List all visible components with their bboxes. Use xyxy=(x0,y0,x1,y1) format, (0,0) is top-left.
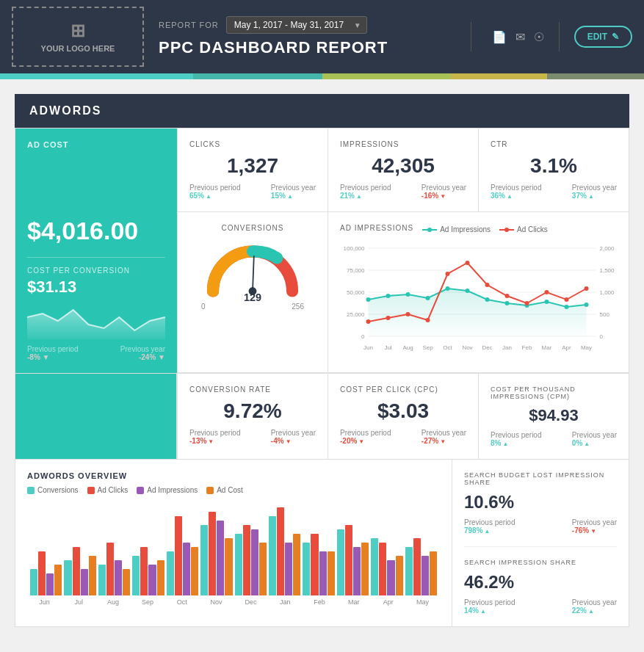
overview-block: ADWORDS OVERVIEW Conversions Ad Clicks A… xyxy=(15,460,452,626)
search-impression-block: SEARCH IMPRESSION SHARE 46.2% Previous p… xyxy=(464,559,617,615)
logo-icon: ⊞ xyxy=(70,21,85,41)
clicks-label: CLICKS xyxy=(189,140,316,148)
bar xyxy=(209,512,216,595)
search-impression-prev-year: 22% xyxy=(572,606,617,615)
svg-text:May: May xyxy=(581,344,592,351)
month-label: Dec xyxy=(234,598,268,606)
bar xyxy=(157,560,164,595)
cpc-prev-period: -20% xyxy=(340,437,391,445)
bar xyxy=(89,556,96,595)
cpm-prev: Previous period 8% Previous year 0% xyxy=(491,431,617,447)
bar xyxy=(259,543,267,595)
ad-cost-prev-period-label: Previous period xyxy=(27,345,78,353)
bar xyxy=(396,556,403,595)
svg-text:Apr: Apr xyxy=(562,344,571,351)
svg-text:0: 0 xyxy=(600,333,604,340)
bar xyxy=(140,547,148,595)
legend-dot-conversions xyxy=(27,487,35,494)
date-range-select[interactable]: May 1, 2017 - May 31, 2017 xyxy=(226,16,367,34)
ctr-prev-period: 36% xyxy=(491,192,541,200)
search-budget-value: 10.6% xyxy=(464,492,617,512)
svg-point-27 xyxy=(466,289,470,293)
bar xyxy=(73,547,80,595)
month-label: Apr xyxy=(371,598,405,606)
svg-text:Jun: Jun xyxy=(363,344,373,351)
color-strip xyxy=(0,73,644,79)
svg-point-40 xyxy=(485,283,490,287)
svg-text:1,500: 1,500 xyxy=(600,267,615,274)
cpm-value: $94.93 xyxy=(491,406,617,425)
bottom-grid: ADWORDS OVERVIEW Conversions Ad Clicks A… xyxy=(15,460,629,627)
bar xyxy=(54,565,62,595)
svg-text:Aug: Aug xyxy=(402,344,413,351)
cost-per-label: COST PER CONVERSION xyxy=(27,267,165,275)
impressions-prev-year: -16% xyxy=(422,192,466,200)
download-icon[interactable]: 📄 xyxy=(492,30,507,44)
svg-text:Sep: Sep xyxy=(422,344,433,351)
svg-text:129: 129 xyxy=(244,291,261,301)
bar xyxy=(251,529,258,595)
line-chart-svg: 100,000 75,000 50,000 25,000 0 2,000 1,5… xyxy=(340,241,617,358)
report-for-row: REPORT FOR May 1, 2017 - May 31, 2017 xyxy=(159,16,465,34)
right-metrics: SEARCH BUDGET LOST IMPRESSION SHARE 10.6… xyxy=(452,460,629,626)
bar xyxy=(361,543,369,595)
impressions-label: IMPRESSIONS xyxy=(340,140,466,148)
bar xyxy=(269,516,276,595)
bar xyxy=(328,551,335,595)
ad-cost-block: AD COST $4,016.00 COST PER CONVERSION $3… xyxy=(15,128,177,373)
conversion-rate-label: CONVERSION RATE xyxy=(189,385,316,394)
month-group xyxy=(371,538,402,595)
search-impression-prev: Previous period 14% Previous year 22% xyxy=(464,598,617,615)
bar xyxy=(175,516,182,595)
clicks-prev-year: 15% xyxy=(271,192,316,200)
legend-conversions: Conversions xyxy=(27,486,79,494)
clicks-prev-period: 65% xyxy=(189,192,240,200)
svg-point-41 xyxy=(505,294,510,298)
edit-button[interactable]: EDIT ✎ xyxy=(574,26,632,48)
ad-cost-prev-year-val: -24% ▼ xyxy=(120,353,165,361)
svg-point-4 xyxy=(427,228,432,232)
legend-dot-cost xyxy=(206,487,214,494)
header: ⊞ YOUR LOGO HERE REPORT FOR May 1, 2017 … xyxy=(0,0,644,73)
ad-cost-label: AD COST xyxy=(27,140,165,149)
ctr-prev-row: Previous period 36% Previous year 37% xyxy=(491,184,617,200)
search-budget-block: SEARCH BUDGET LOST IMPRESSION SHARE 10.6… xyxy=(464,471,617,547)
adwords-label: ADWORDS xyxy=(29,104,101,117)
svg-point-6 xyxy=(504,228,509,232)
legend-ad-cost: Ad Cost xyxy=(206,486,243,494)
month-group xyxy=(200,512,232,595)
dashboard-title: PPC DASHBOARD REPORT xyxy=(159,38,465,57)
search-budget-prev-year: -76% xyxy=(572,526,617,535)
bar xyxy=(123,569,130,595)
svg-point-31 xyxy=(545,300,549,304)
report-for-label: REPORT FOR xyxy=(159,21,219,29)
sparkline-svg xyxy=(27,303,165,339)
svg-point-32 xyxy=(565,305,569,309)
svg-text:75,000: 75,000 xyxy=(347,267,365,274)
impressions-prev-row: Previous period 21% Previous year -16% xyxy=(340,184,466,200)
bar xyxy=(148,565,156,595)
svg-point-24 xyxy=(406,292,410,297)
email-icon[interactable]: ✉ xyxy=(515,30,525,44)
svg-point-38 xyxy=(446,272,450,276)
bar xyxy=(38,551,46,595)
date-selector-wrapper[interactable]: May 1, 2017 - May 31, 2017 xyxy=(226,16,367,34)
search-impression-value: 46.2% xyxy=(464,572,617,593)
search-impression-prev-period: 14% xyxy=(464,606,515,615)
bar xyxy=(46,573,54,595)
svg-point-39 xyxy=(466,261,470,265)
search-budget-label: SEARCH BUDGET LOST IMPRESSION SHARE xyxy=(464,471,617,486)
cr-prev-period: -13% xyxy=(189,437,240,445)
bar xyxy=(311,534,318,595)
legend-dot-impressions xyxy=(137,487,144,494)
bar xyxy=(405,547,413,595)
month-label: Sep xyxy=(130,598,164,606)
bar xyxy=(387,560,394,595)
check-icon[interactable]: ☉ xyxy=(534,30,544,44)
conversion-rate-prev: Previous period -13% Previous year -4% xyxy=(189,429,316,445)
month-label: Aug xyxy=(96,598,131,606)
chart-header: AD IMPRESSIONS Ad Impressions Ad Clicks xyxy=(340,224,617,235)
svg-point-36 xyxy=(406,312,410,316)
svg-point-28 xyxy=(485,297,490,302)
month-label: Jul xyxy=(62,598,96,606)
